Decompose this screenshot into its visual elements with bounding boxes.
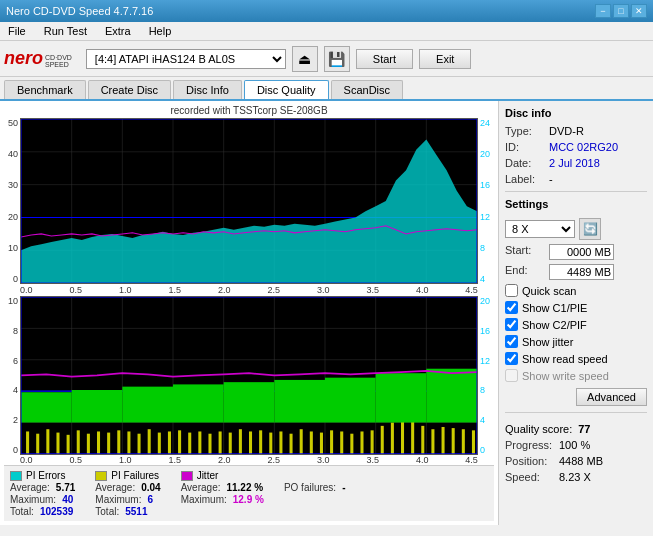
quick-scan-label: Quick scan: [522, 285, 576, 297]
quick-scan-row: Quick scan: [505, 284, 647, 297]
svg-rect-30: [26, 432, 29, 454]
show-write-speed-checkbox[interactable]: [505, 369, 518, 382]
svg-rect-44: [168, 432, 171, 454]
divider-1: [505, 191, 647, 192]
svg-rect-40: [127, 432, 130, 454]
end-label: End:: [505, 264, 545, 280]
svg-rect-54: [269, 433, 272, 454]
stats-bar: PI Errors Average: 5.71 Maximum: 40 Tota…: [4, 465, 494, 521]
drive-select[interactable]: [4:4] ATAPI iHAS124 B AL0S: [86, 49, 286, 69]
svg-rect-71: [442, 427, 445, 454]
progress-row: Progress: 100 %: [505, 439, 647, 451]
tab-scan-disc[interactable]: ScanDisc: [331, 80, 403, 99]
menu-run-test[interactable]: Run Test: [40, 24, 91, 38]
settings-title: Settings: [505, 198, 647, 210]
svg-rect-68: [411, 420, 414, 454]
disc-id-row: ID: MCC 02RG20: [505, 141, 647, 153]
toolbar: nero CD·DVDSPEED [4:4] ATAPI iHAS124 B A…: [0, 41, 653, 77]
svg-rect-43: [158, 433, 161, 454]
svg-rect-74: [472, 430, 475, 454]
menu-extra[interactable]: Extra: [101, 24, 135, 38]
tab-benchmark[interactable]: Benchmark: [4, 80, 86, 99]
show-c2pif-checkbox[interactable]: [505, 318, 518, 331]
menu-help[interactable]: Help: [145, 24, 176, 38]
start-input[interactable]: [549, 244, 614, 260]
top-chart-y-left: 0 10 20 30 40 50: [4, 118, 20, 284]
maximize-button[interactable]: □: [613, 4, 629, 18]
svg-rect-36: [87, 434, 90, 454]
show-read-speed-checkbox[interactable]: [505, 352, 518, 365]
main-content: recorded with TSSTcorp SE-208GB 0 10 20 …: [0, 101, 653, 525]
svg-rect-80: [274, 380, 325, 423]
show-write-speed-row: Show write speed: [505, 369, 647, 382]
bottom-chart-x-axis: 0.0 0.5 1.0 1.5 2.0 2.5 3.0 3.5 4.0 4.5: [4, 455, 494, 465]
pi-errors-stats: PI Errors Average: 5.71 Maximum: 40 Tota…: [10, 470, 75, 517]
exit-button[interactable]: Exit: [419, 49, 471, 69]
pi-failures-average: 0.04: [141, 482, 160, 493]
svg-rect-69: [421, 426, 424, 454]
disc-label-val: -: [549, 173, 553, 185]
show-jitter-checkbox[interactable]: [505, 335, 518, 348]
pi-failures-total: 5511: [125, 506, 147, 517]
progress-label: Progress:: [505, 439, 555, 451]
advanced-button[interactable]: Advanced: [576, 388, 647, 406]
svg-rect-56: [290, 434, 293, 454]
show-c1pie-label: Show C1/PIE: [522, 302, 587, 314]
svg-rect-55: [279, 432, 282, 454]
svg-rect-58: [310, 432, 313, 454]
po-failures-value: -: [342, 482, 345, 493]
svg-rect-65: [381, 426, 384, 454]
start-button[interactable]: Start: [356, 49, 413, 69]
menu-bar: File Run Test Extra Help: [0, 22, 653, 41]
close-button[interactable]: ✕: [631, 4, 647, 18]
eject-icon-button[interactable]: ⏏: [292, 46, 318, 72]
end-input[interactable]: [549, 264, 614, 280]
divider-2: [505, 412, 647, 413]
pi-errors-legend-box: [10, 471, 22, 481]
show-jitter-label: Show jitter: [522, 336, 573, 348]
svg-rect-37: [97, 432, 100, 454]
jitter-maximum: 12.9 %: [233, 494, 264, 505]
end-row: End:: [505, 264, 647, 280]
svg-rect-35: [77, 430, 80, 454]
pi-errors-average: 5.71: [56, 482, 75, 493]
speed-select[interactable]: 8 X: [505, 220, 575, 238]
save-icon-button[interactable]: 💾: [324, 46, 350, 72]
top-chart: [20, 118, 478, 284]
svg-rect-52: [249, 432, 252, 454]
start-row: Start:: [505, 244, 647, 260]
svg-rect-83: [426, 369, 477, 423]
minimize-button[interactable]: −: [595, 4, 611, 18]
position-value: 4488 MB: [559, 455, 603, 467]
svg-rect-63: [360, 432, 363, 454]
pi-errors-label: PI Errors: [26, 470, 65, 481]
menu-file[interactable]: File: [4, 24, 30, 38]
show-c1pie-checkbox[interactable]: [505, 301, 518, 314]
quick-scan-checkbox[interactable]: [505, 284, 518, 297]
tab-disc-quality[interactable]: Disc Quality: [244, 80, 329, 99]
pi-failures-maximum: 6: [147, 494, 153, 505]
disc-date-label: Date:: [505, 157, 545, 169]
svg-rect-57: [300, 429, 303, 454]
refresh-icon-button[interactable]: 🔄: [579, 218, 601, 240]
tab-disc-info[interactable]: Disc Info: [173, 80, 242, 99]
bottom-chart-y-left: 0 2 4 6 8 10: [4, 296, 20, 455]
bottom-chart: [20, 296, 478, 455]
po-failures-label: PO failures:: [284, 482, 336, 493]
tab-create-disc[interactable]: Create Disc: [88, 80, 171, 99]
pi-failures-stats: PI Failures Average: 0.04 Maximum: 6 Tot…: [95, 470, 160, 517]
tab-bar: Benchmark Create Disc Disc Info Disc Qua…: [0, 77, 653, 101]
svg-rect-60: [330, 430, 333, 454]
quality-score-row: Quality score: 77: [505, 423, 647, 435]
svg-rect-75: [21, 392, 72, 422]
svg-rect-51: [239, 429, 242, 454]
svg-rect-77: [122, 387, 173, 423]
position-row: Position: 4488 MB: [505, 455, 647, 467]
window-controls: − □ ✕: [595, 4, 647, 18]
svg-rect-41: [138, 434, 141, 454]
show-read-speed-row: Show read speed: [505, 352, 647, 365]
disc-date-row: Date: 2 Jul 2018: [505, 157, 647, 169]
disc-date-val: 2 Jul 2018: [549, 157, 600, 169]
title-bar: Nero CD-DVD Speed 4.7.7.16 − □ ✕: [0, 0, 653, 22]
disc-type-val: DVD-R: [549, 125, 584, 137]
